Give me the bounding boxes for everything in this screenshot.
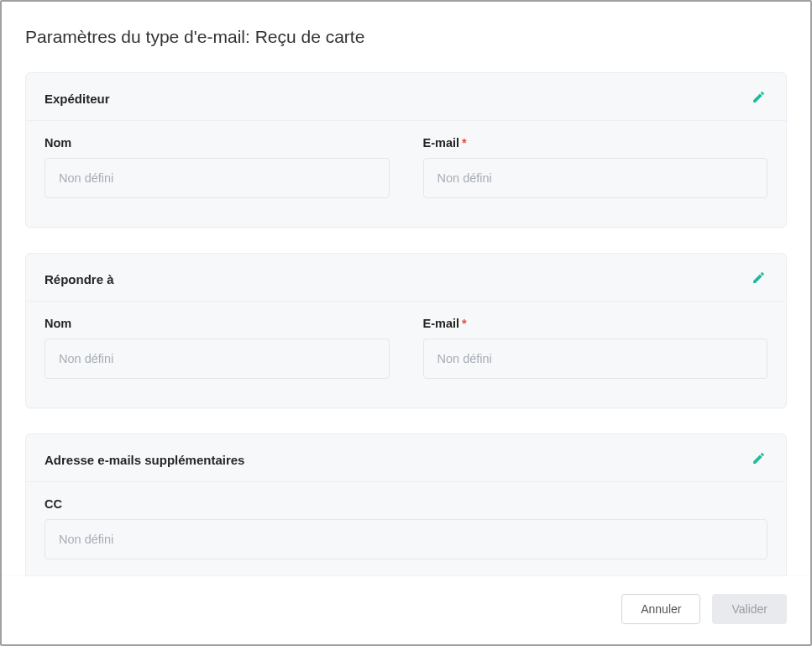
edit-additional-button[interactable] [750, 449, 767, 470]
sender-name-input[interactable] [45, 158, 390, 198]
cc-field: CC [45, 497, 767, 559]
cancel-button[interactable]: Annuler [621, 594, 700, 624]
pencil-icon [752, 270, 766, 287]
reply-to-name-label: Nom [45, 317, 390, 330]
reply-to-email-label: E-mail* [423, 317, 768, 330]
sender-row: Nom E-mail* [45, 136, 767, 198]
reply-to-name-field: Nom [45, 317, 390, 379]
pencil-icon [752, 451, 766, 468]
pencil-icon [752, 90, 766, 107]
edit-reply-to-button[interactable] [750, 269, 767, 289]
sender-email-input[interactable] [423, 158, 768, 198]
sender-email-field: E-mail* [423, 136, 768, 198]
cc-input[interactable] [45, 519, 767, 559]
cc-label: CC [45, 497, 767, 511]
submit-button[interactable]: Valider [712, 594, 787, 624]
reply-to-email-field: E-mail* [423, 317, 768, 379]
reply-to-name-input[interactable] [45, 339, 390, 379]
sender-email-label-text: E-mail [423, 136, 460, 150]
sender-card: Expéditeur Nom E-mail* [25, 72, 787, 228]
additional-emails-card: Adresse e-mails supplémentaires CC [25, 433, 787, 576]
sender-card-body: Nom E-mail* [26, 121, 786, 227]
modal-footer: Annuler Valider [2, 576, 810, 644]
sender-name-label: Nom [45, 136, 390, 150]
required-asterisk: * [462, 317, 467, 330]
additional-card-body: CC [26, 482, 786, 576]
modal-body: Paramètres du type d'e-mail: Reçu de car… [2, 2, 810, 576]
sender-name-field: Nom [45, 136, 390, 198]
reply-to-card: Répondre à Nom E-mail* [25, 253, 787, 408]
email-settings-modal: Paramètres du type d'e-mail: Reçu de car… [2, 2, 810, 644]
reply-to-email-label-text: E-mail [423, 317, 460, 330]
edit-sender-button[interactable] [750, 88, 767, 108]
sender-email-label: E-mail* [423, 136, 768, 150]
sender-card-header: Expéditeur [26, 73, 786, 121]
reply-to-email-input[interactable] [423, 339, 768, 379]
additional-title: Adresse e-mails supplémentaires [45, 453, 244, 467]
sender-title: Expéditeur [45, 92, 110, 106]
additional-card-header: Adresse e-mails supplémentaires [26, 434, 786, 482]
reply-to-card-header: Répondre à [26, 254, 786, 302]
reply-to-row: Nom E-mail* [45, 317, 767, 379]
reply-to-card-body: Nom E-mail* [26, 302, 786, 407]
required-asterisk: * [462, 136, 467, 150]
reply-to-title: Répondre à [45, 272, 114, 286]
page-title: Paramètres du type d'e-mail: Reçu de car… [25, 27, 787, 47]
